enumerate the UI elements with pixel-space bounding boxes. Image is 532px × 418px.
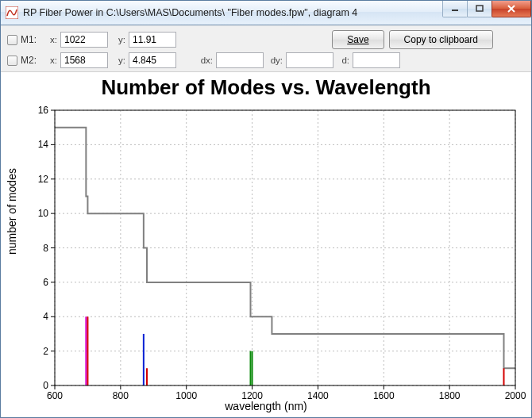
svg-rect-2 (476, 6, 483, 11)
toolbar: M1: x: y: Save Copy to clipboard M2: x: … (1, 25, 531, 72)
dy-label: dy: (267, 56, 283, 65)
svg-text:8: 8 (43, 243, 48, 254)
svg-text:800: 800 (113, 390, 129, 401)
copy-button[interactable]: Copy to clipboard (389, 30, 493, 49)
svg-text:4: 4 (43, 311, 48, 322)
dx-label: dx: (197, 56, 213, 65)
m2-checkbox[interactable] (7, 56, 17, 66)
m1-y-input[interactable] (129, 32, 176, 48)
svg-text:1800: 1800 (439, 390, 461, 401)
app-window: RP Fiber Power in C:\Users\MAS\Documents… (0, 0, 532, 418)
svg-text:6: 6 (43, 277, 48, 288)
svg-text:2: 2 (43, 346, 48, 357)
m2-y-label: y: (111, 56, 125, 65)
svg-rect-1 (452, 10, 458, 11)
svg-text:0: 0 (43, 380, 48, 391)
m1-checkbox[interactable] (7, 35, 17, 45)
m2-group: M2: x: y: (7, 52, 176, 68)
svg-text:600: 600 (47, 390, 63, 401)
copy-button-label: Copy to clipboard (404, 34, 478, 45)
svg-text:10: 10 (38, 208, 49, 219)
m1-group: M1: x: y: (7, 32, 176, 48)
delta-group: dx: dy: d: (197, 52, 400, 68)
m2-x-input[interactable] (60, 52, 108, 68)
minimize-button[interactable] (442, 1, 468, 17)
m2-x-label: x: (43, 56, 57, 65)
svg-text:2000: 2000 (505, 390, 526, 401)
d-input[interactable] (353, 52, 400, 68)
toolbar-row-1: M1: x: y: Save Copy to clipboard (7, 30, 525, 49)
chart-area[interactable]: Number of Modes vs. Wavelength number of… (1, 72, 531, 417)
m2-y-input[interactable] (129, 52, 176, 68)
m1-x-label: x: (43, 35, 57, 44)
m1-label: M1: (21, 34, 40, 45)
app-icon (6, 6, 18, 19)
save-button[interactable]: Save (332, 30, 384, 49)
dy-input[interactable] (286, 52, 333, 68)
maximize-button[interactable] (467, 1, 492, 17)
svg-text:12: 12 (38, 174, 49, 185)
m1-y-label: y: (111, 35, 125, 44)
dx-input[interactable] (216, 52, 264, 68)
titlebar[interactable]: RP Fiber Power in C:\Users\MAS\Documents… (1, 1, 531, 25)
m1-x-input[interactable] (60, 32, 108, 48)
svg-text:14: 14 (38, 139, 49, 150)
svg-text:1000: 1000 (175, 390, 197, 401)
close-button[interactable] (492, 1, 531, 17)
save-button-label: Save (347, 34, 368, 45)
toolbar-row-2: M2: x: y: dx: dy: d: (7, 52, 525, 68)
svg-text:1200: 1200 (241, 390, 263, 401)
d-label: d: (337, 56, 349, 65)
svg-text:1600: 1600 (373, 390, 395, 401)
svg-text:1400: 1400 (307, 390, 329, 401)
m2-label: M2: (21, 55, 40, 66)
svg-text:16: 16 (38, 105, 49, 116)
chart-svg: 6008001000120014001600180020000246810121… (1, 72, 531, 417)
window-controls (443, 1, 531, 17)
